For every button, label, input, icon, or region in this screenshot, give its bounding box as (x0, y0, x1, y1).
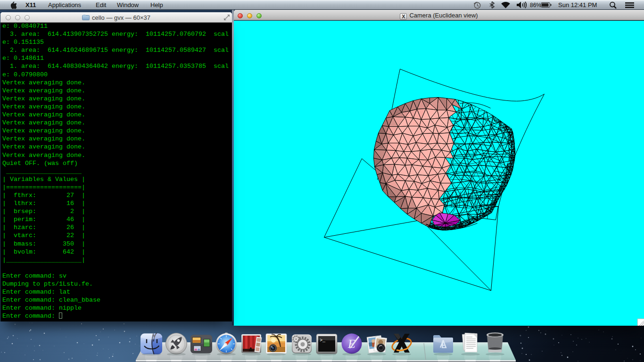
svg-text:>_: >_ (320, 338, 326, 343)
